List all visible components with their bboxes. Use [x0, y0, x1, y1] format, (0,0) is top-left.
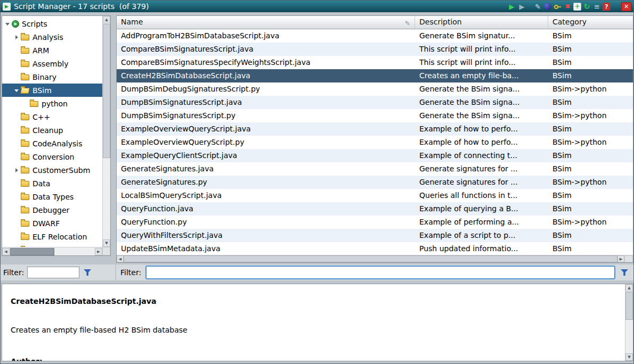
refresh-icon[interactable]: ↻ — [582, 2, 591, 11]
details-vertical-scrollbar[interactable]: ▲ ▼ — [625, 284, 633, 361]
run-last-script-icon[interactable]: ▶ — [517, 2, 526, 11]
folder-icon — [21, 219, 30, 227]
delete-script-icon[interactable]: ✖ — [563, 2, 572, 11]
arrow-spacer — [13, 193, 21, 201]
table-row[interactable]: ExampleOverviewQueryScript.pyExample of … — [117, 136, 633, 149]
cell-name: ExampleOverviewQueryScript.java — [117, 122, 415, 136]
table-row[interactable]: QueryWithFiltersScript.javaExample of a … — [117, 229, 633, 242]
key-binding-icon[interactable] — [553, 2, 562, 11]
table-row[interactable]: ExampleQueryClientScript.javaExample of … — [117, 149, 633, 162]
expand-right-icon[interactable] — [13, 167, 21, 174]
table-row[interactable]: QueryFunction.javaExample of querying a … — [117, 202, 633, 216]
table-row[interactable]: ExampleOverviewQueryScript.javaExample o… — [117, 122, 633, 136]
tree-item-codeanalysis[interactable]: CodeAnalysis — [2, 137, 102, 150]
cell-description: Example of how to perfo... — [415, 136, 548, 149]
cell-category: BSim — [548, 162, 633, 176]
cell-category: BSim->python — [548, 176, 633, 189]
table-row[interactable]: QueryFunction.pyExample of performing a.… — [117, 216, 633, 229]
cell-name: QueryFunction.java — [117, 202, 415, 216]
cell-name: GenerateSignatures.py — [117, 176, 415, 189]
eclipse-icon[interactable] — [544, 3, 551, 10]
script-category-tree: ScriptsAnalysisARMAssemblyBinaryBSimpyth… — [2, 17, 102, 247]
tree-item-scripts[interactable]: Scripts — [2, 17, 102, 30]
table-row[interactable]: CreateH2BSimDatabaseScript.javaCreates a… — [117, 69, 633, 82]
cell-name: CompareBSimSignaturesSpecifyWeightsScrip… — [117, 56, 415, 69]
expand-right-icon[interactable] — [13, 34, 21, 41]
tree-item-c-[interactable]: C++ — [2, 110, 102, 123]
folder-icon — [21, 46, 30, 54]
scroll-down-button[interactable]: ▼ — [625, 353, 633, 361]
tree-item-customersubm[interactable]: CustomerSubm — [2, 163, 102, 177]
tree-item-emulation[interactable]: Emulation — [2, 243, 102, 247]
tree-item-debugger[interactable]: Debugger — [2, 203, 102, 217]
table-row[interactable]: GenerateSignatures.javaGenerate signatur… — [117, 162, 633, 176]
folder-icon — [21, 33, 30, 41]
cell-name: GenerateSignatures.java — [117, 162, 415, 176]
expand-down-icon[interactable] — [13, 87, 21, 94]
column-header-name[interactable]: Name ✎ — [117, 16, 415, 29]
tree-item-assembly[interactable]: Assembly — [2, 57, 102, 70]
scroll-up-button[interactable]: ▲ — [625, 284, 633, 292]
cell-description: This script will print info... — [415, 56, 548, 69]
table-row[interactable]: CompareBSimSignaturesSpecifyWeightsScrip… — [117, 56, 633, 69]
cell-name: DumpBSimSignaturesScript.py — [117, 109, 415, 122]
tree-hscroll-thumb[interactable] — [10, 248, 54, 255]
filter-options-icon[interactable] — [620, 268, 629, 277]
tree-filter-input[interactable] — [27, 267, 79, 278]
scroll-down-button[interactable]: ▼ — [103, 239, 110, 247]
toolbar-separator — [612, 6, 616, 7]
filter-options-icon[interactable] — [83, 268, 92, 277]
help-icon[interactable]: ? — [603, 3, 611, 11]
cell-name: DumpBSimSignaturesScript.java — [117, 96, 415, 109]
tree-item-bsim[interactable]: BSim — [2, 84, 102, 97]
table-horizontal-scrollbar[interactable]: ◀ ▶ — [117, 255, 633, 262]
column-header-description[interactable]: Description — [415, 16, 548, 29]
column-header-category[interactable]: Category — [548, 16, 633, 29]
arrow-spacer — [13, 60, 21, 68]
tree-item-arm[interactable]: ARM — [2, 44, 102, 57]
tree-item-conversion[interactable]: Conversion — [2, 150, 102, 163]
cell-name: ExampleQueryClientScript.java — [117, 149, 415, 162]
table-filter-input[interactable] — [145, 266, 615, 279]
tree-item-binary[interactable]: Binary — [2, 70, 102, 84]
scrollbar-corner — [624, 255, 633, 262]
run-script-icon[interactable]: ▶ — [507, 2, 516, 11]
table-row[interactable]: GenerateSignatures.pyGenerate signatures… — [117, 176, 633, 189]
tree-item-data-types[interactable]: Data Types — [2, 190, 102, 203]
tree-vscroll-thumb[interactable] — [103, 24, 110, 158]
scroll-right-button[interactable]: ▶ — [95, 248, 102, 255]
tree-vertical-scrollbar[interactable]: ▲ ▼ — [102, 16, 110, 247]
tree-item-analysis[interactable]: Analysis — [2, 30, 102, 44]
tree-horizontal-scrollbar[interactable]: ◀ ▶ — [2, 247, 102, 255]
table-row[interactable]: LocalBSimQueryScript.javaQueries all fun… — [117, 189, 633, 202]
tree-item-elf-relocation[interactable]: ELF Relocation — [2, 230, 102, 243]
table-row[interactable]: DumpBSimSignaturesScript.pyGenerate the … — [117, 109, 633, 122]
cell-description: Example of how to perfo... — [415, 122, 548, 136]
new-script-icon[interactable]: + — [573, 3, 581, 11]
table-row[interactable]: UpdateBSimMetadata.javaPush updated info… — [117, 242, 633, 255]
edit-script-icon[interactable]: ✎ — [533, 2, 542, 11]
close-icon[interactable]: ✕ — [621, 2, 631, 11]
scroll-left-button[interactable]: ◀ — [117, 255, 124, 262]
scroll-up-button[interactable]: ▲ — [103, 16, 110, 23]
cell-category: BSim — [548, 122, 633, 136]
folder-icon — [21, 153, 30, 161]
table-row[interactable]: DumpBSimSignaturesScript.javaGenerate th… — [117, 96, 633, 109]
script-directories-icon[interactable]: ≡ — [592, 2, 602, 11]
details-vscroll-thumb[interactable] — [625, 292, 633, 320]
cell-description: Example of querying a B... — [415, 202, 548, 216]
tree-item-label: Debugger — [32, 206, 69, 214]
cell-description: Example of connecting t... — [415, 149, 548, 162]
tree-item-dwarf[interactable]: DWARF — [2, 217, 102, 230]
scroll-right-button[interactable]: ▶ — [617, 255, 624, 262]
scroll-left-button[interactable]: ◀ — [2, 248, 10, 255]
tree-item-cleanup[interactable]: Cleanup — [2, 123, 102, 137]
table-row[interactable]: CompareBSimSignaturesScript.javaThis scr… — [117, 43, 633, 56]
table-hscroll-thumb[interactable] — [124, 255, 617, 262]
tree-item-data[interactable]: Data — [2, 177, 102, 190]
expand-down-icon[interactable] — [4, 20, 12, 28]
table-row[interactable]: DumpBSimDebugSignaturesScript.pyGenerate… — [117, 82, 633, 96]
cell-description: Push updated informatio... — [415, 242, 548, 255]
table-row[interactable]: AddProgramToH2BSimDatabaseScript.javaGen… — [117, 29, 633, 43]
tree-item-python[interactable]: python — [2, 97, 102, 110]
